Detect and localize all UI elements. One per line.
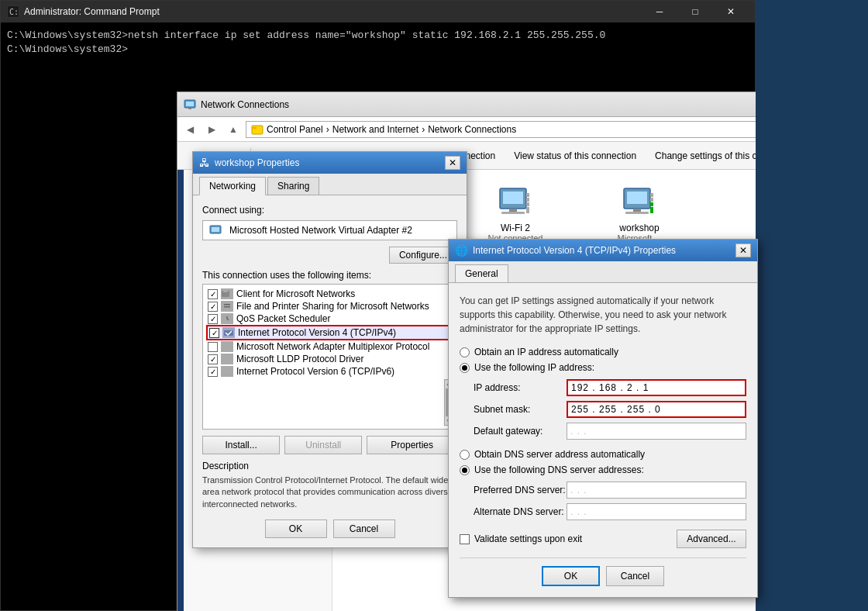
install-btn[interactable]: Install... [202,436,280,454]
radio-manual-dns-circle[interactable] [460,465,470,475]
ws-props-title: workshop Properties [215,157,445,168]
gateway-input[interactable]: . . . [567,423,746,440]
ipv4-cancel-btn[interactable]: Cancel [606,566,664,586]
configure-btn[interactable]: Configure... [389,247,457,264]
advanced-btn[interactable]: Advanced... [677,530,746,548]
svg-rect-23 [627,192,647,204]
items-label: This connection uses the following items… [202,270,457,281]
subnet-mask-value: 255 . 255 . 255 . 0 [571,404,661,415]
device-workshop[interactable]: workshop Microsoft ... [593,182,686,243]
checkbox-4[interactable] [208,342,218,352]
validate-checkbox[interactable] [460,534,470,544]
ipv4-title: Internet Protocol Version 4 (TCP/IPv4) P… [473,245,735,256]
workshop-name: workshop [619,223,659,233]
radio-auto-ip-circle[interactable] [460,347,470,357]
item-icon-6 [221,366,233,377]
radio-manual-ip[interactable]: Use the following IP address: [460,362,746,373]
path-sep2: › [422,124,425,135]
tab-sharing[interactable]: Sharing [267,177,319,195]
ip-address-value: 192 . 168 . 2 . 1 [571,382,649,393]
alternate-dns-label: Alternate DNS server: [474,506,567,517]
svg-rect-19 [526,202,529,206]
path-part2: Network and Internet [332,124,418,135]
svg-rect-4 [188,108,191,109]
validate-checkbox-row[interactable]: Validate settings upon exit [460,533,582,544]
radio-auto-dns-label: Obtain DNS server address automatically [474,449,645,460]
cmd-close-btn[interactable]: ✕ [713,1,749,22]
validate-label: Validate settings upon exit [474,533,582,544]
item-label-6: Internet Protocol Version 6 (TCP/IPv6) [236,366,394,377]
list-item-0[interactable]: Client for Microsoft Networks [206,288,453,300]
description-box: Description Transmission Control Protoco… [202,461,457,510]
cmd-minimize-btn[interactable]: ─ [642,1,677,22]
ipv4-tabs: General [449,261,757,283]
ip-address-row: IP address: 192 . 168 . 2 . 1 [474,379,746,396]
address-path[interactable]: Control Panel › Network and Internet › N… [246,121,842,138]
svg-rect-3 [186,102,194,106]
list-item-2[interactable]: QoS Packet Scheduler [206,312,453,325]
description-label: Description [202,461,457,471]
workshop-properties-dialog: 🖧 workshop Properties ✕ Networking Shari… [192,151,467,548]
item-label-1: File and Printer Sharing for Microsoft N… [236,301,429,312]
list-item-4[interactable]: Microsoft Network Adapter Multiplexor Pr… [206,340,453,353]
ip-address-input[interactable]: 192 . 168 . 2 . 1 [567,379,746,396]
list-item-1[interactable]: File and Printer Sharing for Microsoft N… [206,300,453,312]
ws-props-close-btn[interactable]: ✕ [445,156,460,170]
path-part1: Control Panel [267,124,323,135]
up-btn[interactable]: ▲ [224,120,243,139]
subnet-mask-row: Subnet mask: 255 . 255 . 255 . 0 [474,401,746,418]
back-btn[interactable]: ◀ [181,120,199,139]
checkbox-3[interactable] [209,328,219,338]
item-icon-0 [221,288,233,299]
uninstall-btn[interactable]: Uninstall [284,436,362,454]
list-item-5[interactable]: Microsoft LLDP Protocol Driver [206,353,453,365]
subnet-mask-label: Subnet mask: [474,404,567,415]
svg-rect-18 [526,207,529,213]
preferred-dns-input[interactable]: . . . [567,482,746,499]
radio-manual-ip-label: Use the following IP address: [474,362,594,373]
svg-rect-29 [650,193,653,197]
netconn-icon [184,98,196,111]
checkbox-6[interactable] [208,367,218,377]
ws-ok-btn[interactable]: OK [265,520,327,538]
checkbox-1[interactable] [208,302,218,312]
right-panel [756,0,868,611]
alternate-dns-input[interactable]: . . . [567,503,746,520]
svg-rect-26 [650,207,653,213]
list-item-6[interactable]: Internet Protocol Version 6 (TCP/IPv6) [206,365,453,378]
radio-auto-ip[interactable]: Obtain an IP address automatically [460,347,746,357]
item-icon-3 [222,327,235,338]
preferred-dns-label: Preferred DNS server: [474,485,567,495]
checkbox-0[interactable] [208,289,218,299]
list-item-3[interactable]: Internet Protocol Version 4 (TCP/IPv4) [206,325,453,340]
checkbox-2[interactable] [208,314,218,324]
ws-props-icon: 🖧 [199,157,210,169]
connect-using-label: Connect using: [202,205,457,216]
ipv4-close-btn[interactable]: ✕ [735,243,751,257]
tab-networking[interactable]: Networking [199,177,266,195]
forward-btn[interactable]: ▶ [202,120,221,139]
radio-auto-dns-circle[interactable] [460,450,470,460]
view-status-btn[interactable]: View status of this connection [505,145,645,167]
svg-rect-16 [509,209,517,212]
svg-rect-36 [224,306,230,308]
nav-accent [177,170,184,611]
cmd-maximize-btn[interactable]: □ [677,1,713,22]
ws-cancel-btn[interactable]: Cancel [333,520,395,538]
radio-manual-dns[interactable]: Use the following DNS server addresses: [460,464,746,475]
ipv4-tab-general[interactable]: General [455,264,508,282]
ipv4-ok-btn[interactable]: OK [542,566,600,586]
netconn-title: Network Connections [201,99,796,110]
ws-props-tabs: Networking Sharing [193,174,467,195]
wifi2-name: Wi-Fi 2 [501,223,530,233]
radio-auto-dns[interactable]: Obtain DNS server address automatically [460,449,746,460]
cmd-titlebar: C: Administrator: Command Prompt ─ □ ✕ [1,1,755,22]
item-label-0: Client for Microsoft Networks [236,288,355,299]
preferred-dns-value: . . . [570,485,587,495]
radio-manual-ip-circle[interactable] [460,363,470,373]
cmd-line-2: C:\Windows\system32> [7,43,749,57]
validate-row: Validate settings upon exit Advanced... [460,530,746,548]
subnet-mask-input[interactable]: 255 . 255 . 255 . 0 [567,401,746,418]
item-properties-btn[interactable]: Properties [367,436,457,454]
checkbox-5[interactable] [208,354,218,364]
